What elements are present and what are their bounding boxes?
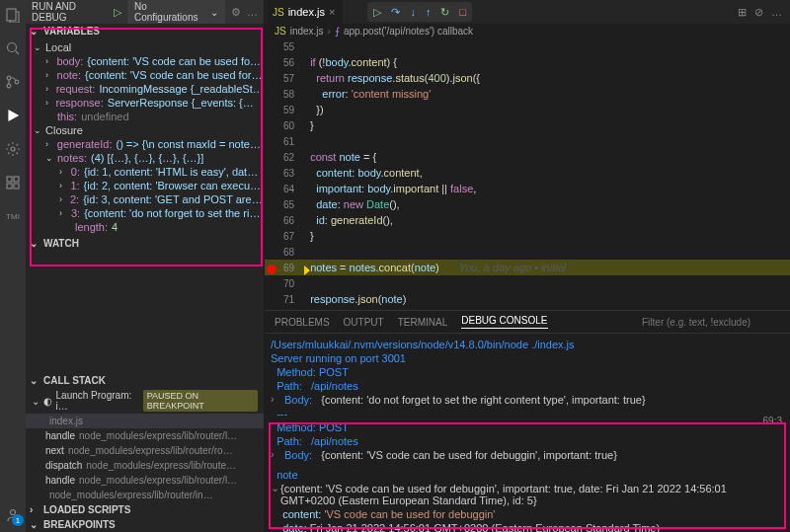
variable-row[interactable]: ›0:{id: 1, content: 'HTML is easy', date…	[26, 165, 264, 179]
stop-button[interactable]: □	[459, 6, 466, 18]
step-over-button[interactable]: ↷	[391, 6, 400, 19]
step-into-button[interactable]: ↓	[410, 6, 416, 18]
variable-row[interactable]: ›note:{content: 'VS code can be used for…	[26, 68, 264, 82]
callstack-frame[interactable]: dispatchnode_modules/express/lib/route…	[26, 458, 264, 473]
run-debug-icon[interactable]	[4, 107, 22, 124]
callstack-program[interactable]: ⌄ ◐ Launch Program: i… PAUSED ON BREAKPO…	[26, 388, 264, 414]
console-object[interactable]: ⌄{content: 'VS code can be used for debu…	[271, 482, 784, 507]
variable-row[interactable]: ⌄notes:(4) [{…}, {…}, {…}, {…}]	[26, 151, 264, 165]
console-line[interactable]: ›Body: {content: 'do not forget to set t…	[271, 393, 784, 407]
code-line[interactable]: 69 notes = notes.concat(note)You, a day …	[265, 260, 790, 275]
tab-debug-console[interactable]: DEBUG CONSOLE	[461, 315, 547, 329]
breadcrumb-symbol: app.post('/api/notes') callback	[344, 26, 473, 37]
tab-index-js[interactable]: JS index.js ×	[265, 0, 344, 24]
tabbar: JS index.js × ▷ ↷ ↓ ↑ ↻ □ ⊞ ⊘ …	[265, 0, 790, 24]
code-line[interactable]: 68	[265, 244, 790, 260]
variable-row[interactable]: ›3:{content: 'do not forget to set the r…	[26, 206, 264, 220]
variable-row[interactable]: ›2:{id: 3, content: 'GET and POST are th…	[26, 192, 264, 206]
chevron-down-icon: ⌄	[30, 26, 40, 37]
loaded-scripts-header[interactable]: ›LOADED SCRIPTS	[26, 502, 264, 517]
extensions-icon[interactable]	[4, 174, 22, 191]
filter-input[interactable]	[642, 317, 780, 328]
code-line[interactable]: 72})	[265, 307, 790, 310]
variable-row[interactable]: ›generateId:() => {\n const maxId = note…	[26, 137, 264, 151]
restart-button[interactable]: ↻	[440, 6, 449, 19]
debug-console[interactable]: /Users/mluukkai/.nvm/versions/node/v14.8…	[265, 334, 790, 532]
code-line[interactable]: 67 }	[265, 228, 790, 244]
start-debug-icon[interactable]: ▷	[114, 6, 121, 19]
tab-output[interactable]: OUTPUT	[344, 317, 384, 328]
explorer-icon[interactable]	[4, 6, 22, 24]
code-line[interactable]: 70	[265, 275, 790, 291]
variable-length[interactable]: length:4	[26, 220, 264, 234]
more-icon[interactable]: …	[247, 6, 258, 18]
breakpoints-panel: ⌄BREAKPOINTS	[26, 517, 264, 532]
callstack-frame[interactable]: handlenode_modules/express/lib/router/l…	[26, 428, 264, 443]
variable-row[interactable]: ›request:IncomingMessage {_readableState…	[26, 82, 264, 96]
callstack-frame[interactable]: index.js69:3	[26, 414, 264, 428]
scope-local[interactable]: ⌄Local	[26, 40, 264, 54]
toggle-icon[interactable]: ⊘	[754, 6, 763, 19]
code-line[interactable]: 61	[265, 133, 790, 149]
more-icon[interactable]: …	[771, 6, 782, 19]
watch-panel: ⌄WATCH	[26, 236, 264, 251]
tabbar-actions: ⊞ ⊘ …	[738, 6, 790, 19]
tmi-icon[interactable]: TMI	[4, 207, 22, 225]
breadcrumb[interactable]: JS index.js › ⨍ app.post('/api/notes') c…	[265, 24, 790, 38]
gear-icon[interactable]	[4, 140, 22, 158]
variable-row[interactable]: ›body:{content: 'VS code can be used for…	[26, 54, 264, 68]
chevron-right-icon: ›	[30, 504, 40, 515]
chevron-down-icon: ⌄	[271, 482, 280, 507]
svg-point-1	[8, 43, 17, 52]
split-editor-icon[interactable]: ⊞	[738, 6, 747, 19]
variable-row[interactable]: ›response:ServerResponse {_events: {…}, …	[26, 96, 264, 110]
config-dropdown[interactable]: No Configurations ⌄	[127, 0, 225, 25]
breakpoints-header[interactable]: ⌄BREAKPOINTS	[26, 517, 264, 532]
variable-row[interactable]: this:undefined	[26, 110, 264, 123]
tab-problems[interactable]: PROBLEMS	[275, 317, 330, 328]
svg-point-3	[7, 84, 11, 88]
close-icon[interactable]: ×	[329, 6, 335, 18]
code-line[interactable]: 59 })	[265, 102, 790, 117]
chevron-down-icon: ⌄	[34, 42, 45, 52]
continue-button[interactable]: ▷	[373, 6, 381, 19]
accounts-icon[interactable]: 1	[4, 506, 22, 524]
code-line[interactable]: 58 error: 'content missing'	[265, 86, 790, 102]
tab-terminal[interactable]: TERMINAL	[398, 317, 448, 328]
callstack-frame[interactable]: nextnode_modules/express/lib/router/ro…	[26, 443, 264, 458]
code-line[interactable]: 63 content: body.content,	[265, 165, 790, 181]
console-line: /Users/mluukkai/.nvm/versions/node/v14.8…	[271, 338, 784, 351]
bottom-panel: PROBLEMS OUTPUT TERMINAL DEBUG CONSOLE /…	[265, 310, 790, 532]
variables-header[interactable]: ⌄VARIABLES	[26, 24, 264, 38]
code-editor[interactable]: 5556 if (!body.content) {57 return respo…	[265, 38, 790, 310]
js-file-icon: JS	[275, 26, 286, 37]
source-control-icon[interactable]	[4, 73, 22, 91]
chevron-down-icon: ⌄	[32, 396, 43, 407]
code-line[interactable]: 66 id: generateId(),	[265, 212, 790, 228]
code-line[interactable]: 55	[265, 38, 790, 54]
debug-sidebar: RUN AND DEBUG ▷ No Configurations ⌄ ⚙ … …	[26, 0, 265, 532]
paused-badge: PAUSED ON BREAKPOINT	[143, 390, 258, 412]
console-line: note	[271, 468, 784, 482]
console-line[interactable]: ›Body: {content: 'VS code can be used fo…	[271, 448, 784, 462]
chevron-down-icon: ⌄	[30, 238, 40, 249]
variable-row[interactable]: ›1:{id: 2, content: 'Browser can execute…	[26, 179, 264, 192]
code-line[interactable]: 60 }	[265, 117, 790, 133]
code-line[interactable]: 71 response.json(note)	[265, 291, 790, 307]
watch-header[interactable]: ⌄WATCH	[26, 236, 264, 251]
code-line[interactable]: 62 const note = {	[265, 149, 790, 165]
callstack-frame[interactable]: node_modules/express/lib/router/in…	[26, 488, 264, 502]
console-line: Path: /api/notes	[271, 434, 784, 448]
code-line[interactable]: 56 if (!body.content) {	[265, 54, 790, 70]
callstack-frame[interactable]: handlenode_modules/express/lib/router/l…	[26, 473, 264, 488]
chevron-right-icon: ›	[328, 26, 331, 37]
step-out-button[interactable]: ↑	[426, 6, 432, 18]
search-icon[interactable]	[4, 39, 22, 57]
code-line[interactable]: 64 important: body.important || false,	[265, 181, 790, 196]
chevron-down-icon: ⌄	[210, 7, 218, 18]
callstack-header[interactable]: ⌄CALL STACK	[26, 373, 264, 388]
code-line[interactable]: 57 return response.status(400).json({	[265, 70, 790, 86]
scope-closure[interactable]: ⌄Closure	[26, 123, 264, 137]
code-line[interactable]: 65 date: new Date(),	[265, 196, 790, 212]
gear-icon[interactable]: ⚙	[231, 6, 241, 19]
